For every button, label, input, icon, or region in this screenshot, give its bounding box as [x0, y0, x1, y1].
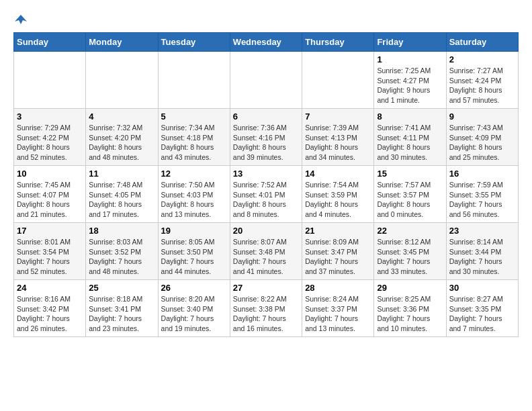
calendar-cell: 15Sunrise: 7:57 AM Sunset: 3:57 PM Dayli…	[374, 166, 446, 223]
calendar-cell: 11Sunrise: 7:48 AM Sunset: 4:05 PM Dayli…	[86, 166, 158, 223]
day-info: Sunrise: 7:32 AM Sunset: 4:20 PM Dayligh…	[89, 123, 154, 163]
calendar-cell: 22Sunrise: 8:12 AM Sunset: 3:45 PM Dayli…	[374, 223, 446, 280]
weekday-header-row: SundayMondayTuesdayWednesdayThursdayFrid…	[14, 33, 519, 52]
day-number: 22	[377, 226, 443, 236]
calendar-cell: 7Sunrise: 7:39 AM Sunset: 4:13 PM Daylig…	[302, 109, 374, 166]
calendar-cell: 10Sunrise: 7:45 AM Sunset: 4:07 PM Dayli…	[14, 166, 86, 223]
day-info: Sunrise: 8:07 AM Sunset: 3:48 PM Dayligh…	[233, 237, 299, 277]
day-number: 28	[305, 283, 371, 293]
day-info: Sunrise: 8:12 AM Sunset: 3:45 PM Dayligh…	[377, 237, 443, 277]
logo-bird-icon	[15, 13, 27, 26]
day-info: Sunrise: 7:48 AM Sunset: 4:05 PM Dayligh…	[89, 180, 154, 220]
day-info: Sunrise: 7:57 AM Sunset: 3:57 PM Dayligh…	[377, 180, 443, 220]
calendar-cell: 8Sunrise: 7:41 AM Sunset: 4:11 PM Daylig…	[374, 109, 446, 166]
day-number: 4	[89, 111, 154, 122]
day-info: Sunrise: 7:52 AM Sunset: 4:01 PM Dayligh…	[233, 180, 299, 220]
week-row-5: 24Sunrise: 8:16 AM Sunset: 3:42 PM Dayli…	[14, 280, 519, 337]
day-number: 8	[377, 111, 443, 122]
day-number: 13	[233, 169, 299, 179]
day-number: 6	[233, 111, 299, 122]
day-info: Sunrise: 7:43 AM Sunset: 4:09 PM Dayligh…	[449, 123, 515, 163]
weekday-header-sunday: Sunday	[14, 33, 86, 52]
calendar-cell	[14, 52, 86, 109]
day-number: 20	[233, 226, 299, 236]
svg-marker-0	[15, 15, 27, 24]
day-number: 17	[17, 226, 83, 236]
day-number: 10	[17, 169, 83, 179]
day-number: 15	[377, 169, 443, 179]
calendar-cell: 1Sunrise: 7:25 AM Sunset: 4:27 PM Daylig…	[374, 52, 446, 109]
day-number: 7	[305, 111, 371, 122]
calendar-cell: 12Sunrise: 7:50 AM Sunset: 4:03 PM Dayli…	[158, 166, 230, 223]
week-row-4: 17Sunrise: 8:01 AM Sunset: 3:54 PM Dayli…	[14, 223, 519, 280]
calendar-cell: 29Sunrise: 8:25 AM Sunset: 3:36 PM Dayli…	[374, 280, 446, 337]
day-info: Sunrise: 8:22 AM Sunset: 3:38 PM Dayligh…	[233, 294, 299, 334]
day-info: Sunrise: 8:03 AM Sunset: 3:52 PM Dayligh…	[89, 237, 154, 277]
day-info: Sunrise: 8:25 AM Sunset: 3:36 PM Dayligh…	[377, 294, 443, 334]
day-info: Sunrise: 7:27 AM Sunset: 4:24 PM Dayligh…	[449, 66, 515, 105]
day-info: Sunrise: 8:09 AM Sunset: 3:47 PM Dayligh…	[305, 237, 371, 277]
calendar-cell: 24Sunrise: 8:16 AM Sunset: 3:42 PM Dayli…	[14, 280, 86, 337]
calendar-cell: 19Sunrise: 8:05 AM Sunset: 3:50 PM Dayli…	[158, 223, 230, 280]
day-number: 3	[17, 111, 83, 122]
calendar-cell: 25Sunrise: 8:18 AM Sunset: 3:41 PM Dayli…	[86, 280, 158, 337]
day-info: Sunrise: 8:20 AM Sunset: 3:40 PM Dayligh…	[161, 294, 227, 334]
day-info: Sunrise: 7:25 AM Sunset: 4:27 PM Dayligh…	[377, 66, 443, 105]
calendar-cell: 14Sunrise: 7:54 AM Sunset: 3:59 PM Dayli…	[302, 166, 374, 223]
day-number: 25	[89, 283, 154, 293]
calendar-cell: 21Sunrise: 8:09 AM Sunset: 3:47 PM Dayli…	[302, 223, 374, 280]
calendar: SundayMondayTuesdayWednesdayThursdayFrid…	[13, 32, 519, 337]
day-number: 11	[89, 169, 154, 179]
day-number: 14	[305, 169, 371, 179]
calendar-cell: 17Sunrise: 8:01 AM Sunset: 3:54 PM Dayli…	[14, 223, 86, 280]
calendar-cell: 23Sunrise: 8:14 AM Sunset: 3:44 PM Dayli…	[446, 223, 518, 280]
day-info: Sunrise: 8:16 AM Sunset: 3:42 PM Dayligh…	[17, 294, 83, 334]
day-number: 24	[17, 283, 83, 293]
calendar-cell: 20Sunrise: 8:07 AM Sunset: 3:48 PM Dayli…	[230, 223, 302, 280]
calendar-cell: 5Sunrise: 7:34 AM Sunset: 4:18 PM Daylig…	[158, 109, 230, 166]
day-info: Sunrise: 8:27 AM Sunset: 3:35 PM Dayligh…	[449, 294, 515, 334]
day-info: Sunrise: 8:05 AM Sunset: 3:50 PM Dayligh…	[161, 237, 227, 277]
day-info: Sunrise: 7:39 AM Sunset: 4:13 PM Dayligh…	[305, 123, 371, 163]
calendar-cell	[86, 52, 158, 109]
day-number: 29	[377, 283, 443, 293]
calendar-cell	[158, 52, 230, 109]
week-row-1: 1Sunrise: 7:25 AM Sunset: 4:27 PM Daylig…	[14, 52, 519, 109]
day-number: 30	[449, 283, 515, 293]
calendar-cell: 18Sunrise: 8:03 AM Sunset: 3:52 PM Dayli…	[86, 223, 158, 280]
day-number: 23	[449, 226, 515, 236]
calendar-cell: 6Sunrise: 7:36 AM Sunset: 4:16 PM Daylig…	[230, 109, 302, 166]
calendar-cell: 4Sunrise: 7:32 AM Sunset: 4:20 PM Daylig…	[86, 109, 158, 166]
week-row-3: 10Sunrise: 7:45 AM Sunset: 4:07 PM Dayli…	[14, 166, 519, 223]
day-info: Sunrise: 7:29 AM Sunset: 4:22 PM Dayligh…	[17, 123, 83, 163]
calendar-cell: 30Sunrise: 8:27 AM Sunset: 3:35 PM Dayli…	[446, 280, 518, 337]
logo	[13, 13, 27, 26]
calendar-cell	[302, 52, 374, 109]
weekday-header-saturday: Saturday	[446, 33, 518, 52]
week-row-2: 3Sunrise: 7:29 AM Sunset: 4:22 PM Daylig…	[14, 109, 519, 166]
weekday-header-friday: Friday	[374, 33, 446, 52]
day-number: 16	[449, 169, 515, 179]
calendar-cell: 28Sunrise: 8:24 AM Sunset: 3:37 PM Dayli…	[302, 280, 374, 337]
day-number: 12	[161, 169, 227, 179]
day-info: Sunrise: 7:45 AM Sunset: 4:07 PM Dayligh…	[17, 180, 83, 220]
day-info: Sunrise: 7:34 AM Sunset: 4:18 PM Dayligh…	[161, 123, 227, 163]
calendar-cell	[230, 52, 302, 109]
day-number: 2	[449, 54, 515, 64]
calendar-cell: 3Sunrise: 7:29 AM Sunset: 4:22 PM Daylig…	[14, 109, 86, 166]
day-info: Sunrise: 8:24 AM Sunset: 3:37 PM Dayligh…	[305, 294, 371, 334]
calendar-cell: 13Sunrise: 7:52 AM Sunset: 4:01 PM Dayli…	[230, 166, 302, 223]
weekday-header-thursday: Thursday	[302, 33, 374, 52]
day-number: 1	[377, 54, 443, 64]
calendar-cell: 9Sunrise: 7:43 AM Sunset: 4:09 PM Daylig…	[446, 109, 518, 166]
day-number: 9	[449, 111, 515, 122]
weekday-header-wednesday: Wednesday	[230, 33, 302, 52]
day-number: 19	[161, 226, 227, 236]
day-info: Sunrise: 7:50 AM Sunset: 4:03 PM Dayligh…	[161, 180, 227, 220]
day-number: 21	[305, 226, 371, 236]
day-number: 26	[161, 283, 227, 293]
header	[13, 13, 519, 26]
calendar-cell: 26Sunrise: 8:20 AM Sunset: 3:40 PM Dayli…	[158, 280, 230, 337]
weekday-header-tuesday: Tuesday	[158, 33, 230, 52]
day-number: 27	[233, 283, 299, 293]
